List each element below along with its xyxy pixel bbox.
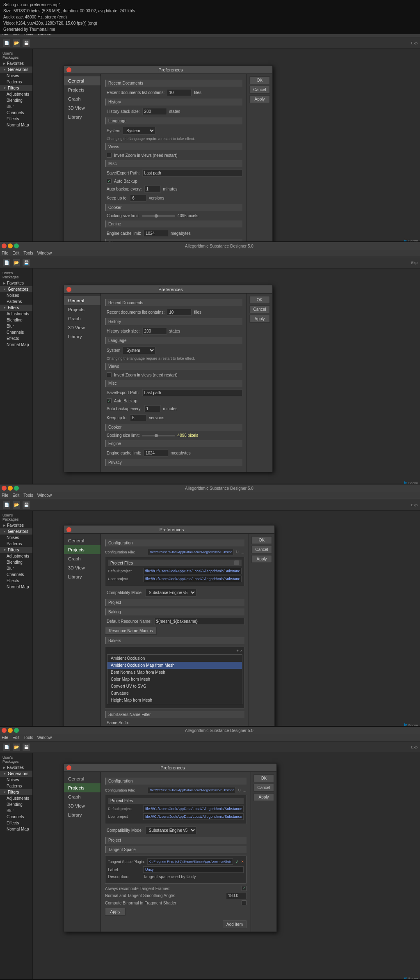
tool-new-4[interactable]: 📄 [2,743,11,751]
tool-new-2[interactable]: 📄 [2,259,11,267]
config-browse-icon[interactable]: … [240,550,244,554]
engine-cache-input-2[interactable] [144,450,168,457]
pref-cancel-btn-1[interactable]: Cancel [249,86,270,94]
sidebar-item-favorites[interactable]: ▶ Favorites [0,60,32,67]
recent-docs-input[interactable] [167,89,192,96]
close-btn-3[interactable] [2,486,7,491]
pref-nav-general[interactable]: General [64,76,100,85]
sidebar-item-generators-3[interactable]: ▼Generators [0,528,32,535]
compat-mode-select-4[interactable]: Substance Engine v5 [145,826,196,834]
pref-apply-btn-4[interactable]: Apply [253,793,274,801]
sidebar-item-blending-3[interactable]: Blending [0,559,32,565]
baker-item-4[interactable]: Convert UV to SVG [107,683,242,690]
tool-save[interactable]: 💾 [22,39,30,47]
maximize-btn-3[interactable] [14,486,19,491]
compute-binormal-checkbox[interactable] [242,900,247,905]
compat-mode-select[interactable]: Substance Engine v5 [145,589,196,597]
pref-ok-btn-2[interactable]: OK [249,296,270,304]
tool-save-3[interactable]: 💾 [22,501,30,509]
add-item-btn[interactable]: Add Item [223,920,247,928]
pref-nav-projects-3[interactable]: Projects [64,545,100,554]
sidebar-item-channels-2[interactable]: Channels [0,329,32,335]
config-file-input[interactable] [148,549,234,555]
baker-item-5[interactable]: Curvature [107,690,242,697]
pref-nav-general-3[interactable]: General [64,536,100,545]
sidebar-item-effects[interactable]: Effects [0,116,32,122]
baker-item-0[interactable]: Ambient Occlusion [107,655,242,662]
tool-new-3[interactable]: 📄 [2,501,11,509]
bakers-plus-icon[interactable]: + [236,649,238,653]
sidebar-item-adjustments-4[interactable]: Adjustments [0,795,32,801]
pref-nav-graph-3[interactable]: Graph [64,554,100,563]
sidebar-item-favorites-4[interactable]: ▶Favorites [0,764,32,771]
sidebar-item-generators-4[interactable]: ▼Generators [0,771,32,777]
sidebar-item-normalmap-3[interactable]: Normal Map [0,584,32,590]
sidebar-item-patterns-4[interactable]: Patterns [0,783,32,789]
config-refresh-icon-4[interactable]: ↻ [237,788,241,792]
sidebar-item-noises-3[interactable]: Noises [0,535,32,541]
pref-close-btn-1[interactable] [66,67,71,72]
pref-cancel-btn-4[interactable]: Cancel [253,784,274,792]
pref-close-btn-3[interactable] [66,527,71,532]
sidebar-item-filters[interactable]: ▼ Filters [0,85,32,91]
language-select[interactable]: System [123,127,155,135]
sidebar-item-filters-3[interactable]: ▼Filters [0,547,32,553]
auto-backup-checkbox[interactable]: ✓ [107,179,112,184]
pref-nav-3dview-2[interactable]: 3D View [64,323,100,332]
user-project-input-4[interactable] [143,813,244,820]
sidebar-item-channels[interactable]: Channels [0,110,32,116]
sidebar-item-blending-2[interactable]: Blending [0,317,32,323]
pref-close-btn-4[interactable] [66,765,71,770]
pref-apply-btn-3[interactable]: Apply [251,555,272,563]
menu-file-2[interactable]: File [2,251,8,255]
menu-edit-3[interactable]: Edit [12,493,19,498]
tool-new[interactable]: 📄 [2,39,11,47]
tangent-check-icon[interactable]: ✓ [235,859,239,864]
sidebar-item-blending[interactable]: Blending [0,97,32,103]
baker-item-6[interactable]: Height Map from Mesh [107,697,242,704]
menu-edit-4[interactable]: Edit [12,735,19,740]
pref-apply-btn-2[interactable]: Apply [249,315,270,323]
pref-ok-btn-4[interactable]: OK [253,774,274,782]
minimize-btn-4[interactable] [8,728,13,733]
sidebar-item-filters-4[interactable]: ▼Filters [0,789,32,795]
pref-nav-library-2[interactable]: Library [64,332,100,341]
pref-nav-general-2[interactable]: General [64,296,100,305]
pref-nav-general-4[interactable]: General [64,774,100,783]
keep-up-input-2[interactable] [130,414,146,421]
pref-apply-btn-1[interactable]: Apply [249,95,270,103]
cooking-slider[interactable] [142,215,175,217]
minimize-btn-2[interactable] [8,243,13,248]
pref-cancel-btn-3[interactable]: Cancel [251,546,272,553]
sidebar-item-adjustments[interactable]: Adjustments [0,91,32,97]
tool-open[interactable]: 📂 [12,39,21,47]
sidebar-item-normalmap[interactable]: Normal Map [0,122,32,128]
sidebar-item-normalmap-4[interactable]: Normal Map [0,826,32,832]
pref-nav-3dview[interactable]: 3D View [64,103,100,112]
history-input-2[interactable] [142,328,167,335]
sidebar-item-blur-2[interactable]: Blur [0,323,32,329]
pref-nav-projects[interactable]: Projects [64,85,100,94]
invert-zoom-checkbox[interactable] [107,153,112,158]
pref-nav-projects-2[interactable]: Projects [64,305,100,314]
sidebar-item-normalmap-2[interactable]: Normal Map [0,342,32,348]
sidebar-item-blending-4[interactable]: Blending [0,801,32,808]
pref-ok-btn-3[interactable]: OK [251,536,272,544]
tangent-apply-btn[interactable]: Apply [105,908,126,916]
menu-tools-4[interactable]: Tools [23,735,33,740]
pref-nav-graph-2[interactable]: Graph [64,314,100,323]
sidebar-item-patterns-2[interactable]: Patterns [0,298,32,305]
cooking-slider-2[interactable] [142,435,175,436]
config-browse-icon-4[interactable]: … [242,788,247,792]
pref-nav-3dview-3[interactable]: 3D View [64,563,100,572]
sidebar-item-generators-2[interactable]: ▼Generators [0,286,32,292]
tool-save-2[interactable]: 💾 [22,259,30,267]
pref-nav-library[interactable]: Library [64,112,100,122]
project-files-toggle[interactable] [234,560,239,565]
tangent-label-input[interactable] [143,866,244,873]
sidebar-item-adjustments-2[interactable]: Adjustments [0,311,32,317]
pref-nav-projects-4[interactable]: Projects [64,783,100,792]
sidebar-item-effects-3[interactable]: Effects [0,578,32,584]
sidebar-item-blur-4[interactable]: Blur [0,808,32,814]
sidebar-item-patterns-3[interactable]: Patterns [0,541,32,547]
